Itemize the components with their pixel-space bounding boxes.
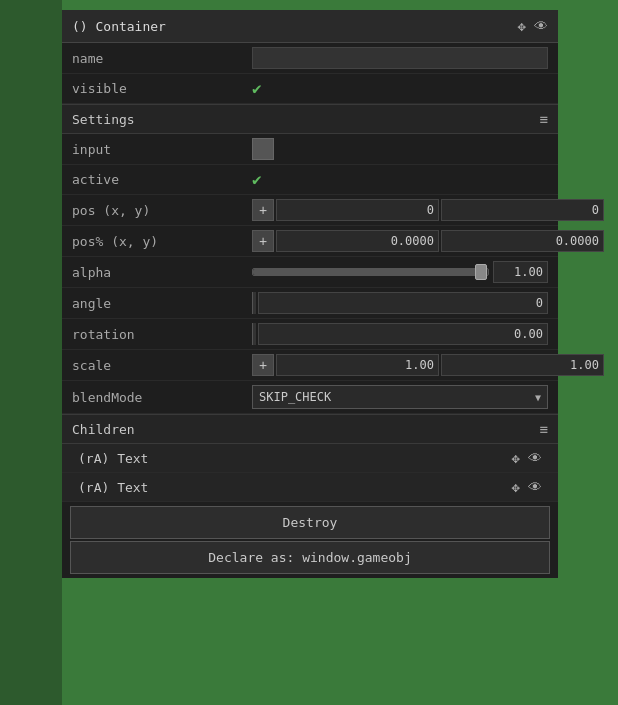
panel-header: () Container ✥ 👁 bbox=[62, 10, 558, 43]
active-checkmark[interactable]: ✔ bbox=[252, 170, 262, 189]
child-1-eye-icon[interactable]: 👁 bbox=[528, 450, 542, 466]
alpha-slider-thumb[interactable] bbox=[475, 264, 487, 280]
declare-button[interactable]: Declare as: window.gameobj bbox=[70, 541, 550, 574]
rotation-input[interactable] bbox=[258, 323, 548, 345]
angle-label: angle bbox=[72, 296, 252, 311]
active-label: active bbox=[72, 172, 252, 187]
active-row: active ✔ bbox=[62, 165, 558, 195]
alpha-slider-container bbox=[252, 261, 548, 283]
scale-value: + bbox=[252, 354, 604, 376]
visible-label: visible bbox=[72, 81, 252, 96]
bottom-buttons: Destroy Declare as: window.gameobj bbox=[62, 502, 558, 578]
pos-row: pos (x, y) + bbox=[62, 195, 558, 226]
sidebar-right bbox=[558, 0, 618, 705]
visible-checkmark[interactable]: ✔ bbox=[252, 79, 262, 98]
blendmode-label: blendMode bbox=[72, 390, 252, 405]
posp-add-button[interactable]: + bbox=[252, 230, 274, 252]
posp-x-input[interactable] bbox=[276, 230, 439, 252]
blendmode-dropdown-text: SKIP_CHECK bbox=[259, 390, 331, 404]
child-2-label: (rA) Text bbox=[78, 480, 148, 495]
container-panel: () Container ✥ 👁 name visible ✔ Settings… bbox=[62, 10, 558, 578]
child-item-1: (rA) Text ✥ 👁 bbox=[62, 444, 558, 473]
visible-row: visible ✔ bbox=[62, 74, 558, 104]
alpha-slider-fill bbox=[253, 269, 481, 275]
name-row: name bbox=[62, 43, 558, 74]
blendmode-dropdown[interactable]: SKIP_CHECK ▼ bbox=[252, 385, 548, 409]
settings-icon[interactable]: ≡ bbox=[540, 111, 548, 127]
visible-value: ✔ bbox=[252, 79, 548, 98]
posp-label: pos% (x, y) bbox=[72, 234, 252, 249]
pos-label: pos (x, y) bbox=[72, 203, 252, 218]
panel-title: () Container bbox=[72, 19, 166, 34]
scale-x-input[interactable] bbox=[276, 354, 439, 376]
child-2-icons: ✥ 👁 bbox=[512, 479, 542, 495]
header-icons: ✥ 👁 bbox=[518, 18, 548, 34]
angle-value bbox=[252, 292, 548, 314]
alpha-value-input[interactable] bbox=[493, 261, 548, 283]
input-label: input bbox=[72, 142, 252, 157]
settings-body: input active ✔ pos (x, y) + pos% (x, y) bbox=[62, 134, 558, 414]
name-value-container bbox=[252, 47, 548, 69]
angle-input[interactable] bbox=[258, 292, 548, 314]
alpha-row: alpha bbox=[62, 257, 558, 288]
settings-section-header: Settings ≡ bbox=[62, 104, 558, 134]
blendmode-row: blendMode SKIP_CHECK ▼ bbox=[62, 381, 558, 414]
sidebar-left bbox=[0, 0, 62, 705]
posp-value: + bbox=[252, 230, 604, 252]
pos-value: + bbox=[252, 199, 604, 221]
scale-add-button[interactable]: + bbox=[252, 354, 274, 376]
rotation-row: rotation bbox=[62, 319, 558, 350]
pos-add-button[interactable]: + bbox=[252, 199, 274, 221]
scale-label: scale bbox=[72, 358, 252, 373]
child-2-eye-icon[interactable]: 👁 bbox=[528, 479, 542, 495]
input-value bbox=[252, 138, 548, 160]
rotation-value bbox=[252, 323, 548, 345]
name-label: name bbox=[72, 51, 252, 66]
alpha-slider-track[interactable] bbox=[252, 268, 489, 276]
child-item-2: (rA) Text ✥ 👁 bbox=[62, 473, 558, 502]
input-color-swatch[interactable] bbox=[252, 138, 274, 160]
scale-row: scale + bbox=[62, 350, 558, 381]
eye-icon[interactable]: 👁 bbox=[534, 18, 548, 34]
alpha-label: alpha bbox=[72, 265, 252, 280]
move-icon[interactable]: ✥ bbox=[518, 18, 526, 34]
pos-y-input[interactable] bbox=[441, 199, 604, 221]
posp-y-input[interactable] bbox=[441, 230, 604, 252]
rotation-label: rotation bbox=[72, 327, 252, 342]
name-input[interactable] bbox=[252, 47, 548, 69]
settings-title: Settings bbox=[72, 112, 135, 127]
rotation-divider bbox=[252, 323, 256, 345]
pos-x-input[interactable] bbox=[276, 199, 439, 221]
angle-row: angle bbox=[62, 288, 558, 319]
scale-y-input[interactable] bbox=[441, 354, 604, 376]
blendmode-value: SKIP_CHECK ▼ bbox=[252, 385, 548, 409]
child-1-icons: ✥ 👁 bbox=[512, 450, 542, 466]
destroy-button[interactable]: Destroy bbox=[70, 506, 550, 539]
children-title: Children bbox=[72, 422, 135, 437]
active-value: ✔ bbox=[252, 170, 548, 189]
child-1-label: (rA) Text bbox=[78, 451, 148, 466]
angle-divider bbox=[252, 292, 256, 314]
children-section-header: Children ≡ bbox=[62, 414, 558, 444]
input-row: input bbox=[62, 134, 558, 165]
posp-row: pos% (x, y) + bbox=[62, 226, 558, 257]
dropdown-arrow-icon: ▼ bbox=[535, 392, 541, 403]
child-1-move-icon[interactable]: ✥ bbox=[512, 450, 520, 466]
child-2-move-icon[interactable]: ✥ bbox=[512, 479, 520, 495]
children-icon[interactable]: ≡ bbox=[540, 421, 548, 437]
